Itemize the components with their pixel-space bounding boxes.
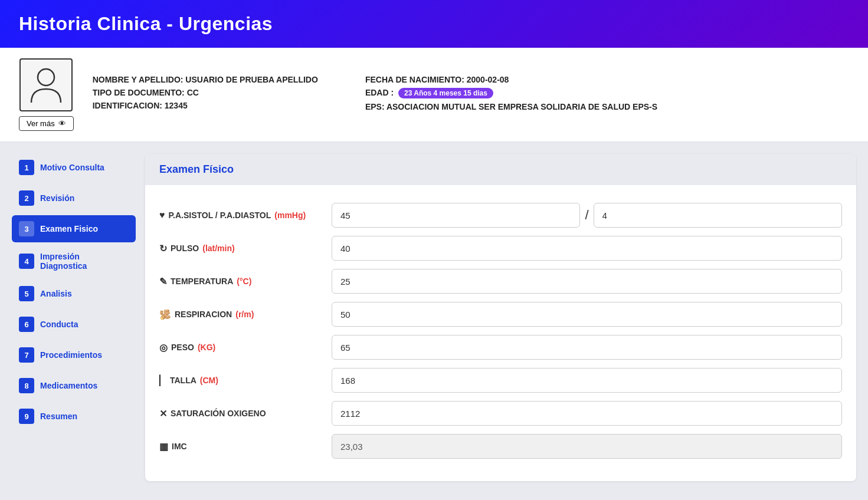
input-imc — [332, 434, 842, 459]
field-unit: (mmHg) — [274, 210, 306, 220]
sidebar-num: 1 — [19, 160, 34, 175]
field-label-text: RESPIRACION — [175, 310, 232, 319]
content-area: Examen Físico ♥ P.A.SISTOL / P.A.DIASTOL… — [145, 154, 856, 481]
field-label-pa_sistol: ♥ P.A.SISTOL / P.A.DIASTOL (mmHg) — [159, 210, 325, 221]
talla-icon: ▏ — [159, 375, 166, 386]
field-label-peso: ◎ PESO (KG) — [159, 342, 325, 353]
sidebar-label: Procedimientos — [40, 350, 102, 360]
field-row-peso: ◎ PESO (KG) — [159, 335, 842, 360]
input-talla[interactable] — [332, 368, 842, 393]
sidebar-item-medicamentos[interactable]: 8 Medicamentos — [12, 372, 136, 399]
sidebar-item-examen-fisico[interactable]: 3 Examen Fisico — [12, 215, 136, 242]
sidebar-num: 6 — [19, 317, 34, 332]
bp-inputs: / — [332, 203, 842, 228]
field-label-text: SATURACIÓN OXIGENO — [171, 409, 266, 418]
field-label-text: P.A.SISTOL / P.A.DIASTOL — [169, 210, 271, 220]
field-row-pa_sistol: ♥ P.A.SISTOL / P.A.DIASTOL (mmHg) / — [159, 203, 842, 228]
avatar — [19, 58, 73, 111]
field-row-imc: ▦ IMC — [159, 434, 842, 459]
sidebar-num: 4 — [19, 254, 34, 269]
sidebar-label: Examen Fisico — [40, 224, 98, 233]
patient-birth: FECHA DE NACIMIENTO: 2000-02-08 — [365, 75, 657, 84]
sidebar-label: Conducta — [40, 320, 78, 329]
field-row-pulso: ↻ PULSO (lat/min) — [159, 236, 842, 261]
sidebar-label: Revisión — [40, 193, 74, 203]
age-badge: 23 Años 4 meses 15 dias — [398, 88, 493, 98]
sidebar-num: 2 — [19, 190, 34, 206]
field-label-text: TALLA — [170, 376, 196, 385]
patient-name: NOMBRE Y APELLIDO: USUARIO DE PRUEBA APE… — [93, 75, 318, 84]
sidebar-item-impresión-diagnostica[interactable]: 4 Impresión Diagnostica — [12, 246, 136, 277]
sidebar-item-resumen[interactable]: 9 Resumen — [12, 403, 136, 430]
main-content: 1 Motivo Consulta 2 Revisión 3 Examen Fi… — [0, 142, 868, 493]
imc-icon: ▦ — [159, 441, 168, 452]
field-label-temperatura: ✎ TEMPERATURA (°C) — [159, 276, 325, 287]
svg-point-0 — [38, 69, 54, 85]
pulso-icon: ↻ — [159, 243, 167, 254]
field-label-respiracion: 🫚 RESPIRACION (r/m) — [159, 309, 325, 320]
form-body: ♥ P.A.SISTOL / P.A.DIASTOL (mmHg) / ↻ PU… — [145, 197, 856, 481]
sidebar-label: Analisis — [40, 289, 72, 298]
avatar-section: Ver más 👁 — [19, 58, 74, 131]
field-unit: (lat/min) — [202, 244, 234, 253]
field-label-imc: ▦ IMC — [159, 441, 325, 452]
section-header: Examen Físico — [145, 154, 856, 185]
patient-col-left: NOMBRE Y APELLIDO: USUARIO DE PRUEBA APE… — [93, 75, 318, 115]
field-label-text: TEMPERATURA — [171, 277, 233, 286]
pa_sistol-icon: ♥ — [159, 210, 165, 221]
field-row-respiracion: 🫚 RESPIRACION (r/m) — [159, 302, 842, 327]
ver-mas-button[interactable]: Ver más 👁 — [19, 116, 74, 131]
input-respiracion[interactable] — [332, 302, 842, 327]
saturacion-icon: ✕ — [159, 408, 167, 419]
field-unit: (r/m) — [235, 310, 254, 319]
peso-icon: ◎ — [159, 342, 168, 353]
field-label-text: IMC — [172, 442, 187, 451]
sidebar-item-conducta[interactable]: 6 Conducta — [12, 311, 136, 338]
sidebar-num: 9 — [19, 409, 34, 424]
sidebar-item-revisión[interactable]: 2 Revisión — [12, 185, 136, 212]
field-row-temperatura: ✎ TEMPERATURA (°C) — [159, 269, 842, 294]
field-label-saturacion: ✕ SATURACIÓN OXIGENO — [159, 408, 325, 419]
field-unit: (°C) — [237, 277, 251, 286]
field-label-talla: ▏ TALLA (CM) — [159, 375, 325, 386]
patient-age: EDAD : 23 Años 4 meses 15 dias — [365, 88, 657, 98]
input-temperatura[interactable] — [332, 269, 842, 294]
sidebar-label: Medicamentos — [40, 381, 97, 390]
sidebar-num: 3 — [19, 221, 34, 236]
input-peso[interactable] — [332, 335, 842, 360]
input-pa_sistol-systol[interactable] — [332, 203, 580, 228]
sidebar-num: 5 — [19, 286, 34, 301]
field-row-talla: ▏ TALLA (CM) — [159, 368, 842, 393]
sidebar-item-analisis[interactable]: 5 Analisis — [12, 280, 136, 307]
sidebar-label: Motivo Consulta — [40, 163, 104, 172]
sidebar-num: 7 — [19, 347, 34, 363]
field-label-text: PESO — [171, 343, 194, 352]
eye-icon: 👁 — [58, 119, 66, 128]
sidebar: 1 Motivo Consulta 2 Revisión 3 Examen Fi… — [12, 154, 136, 481]
input-saturacion[interactable] — [332, 401, 842, 426]
input-pa_sistol-diastol[interactable] — [594, 203, 842, 228]
sidebar-label: Impresión Diagnostica — [40, 252, 129, 271]
sidebar-item-motivo-consulta[interactable]: 1 Motivo Consulta — [12, 154, 136, 181]
temperatura-icon: ✎ — [159, 276, 167, 287]
field-label-pulso: ↻ PULSO (lat/min) — [159, 243, 325, 254]
ver-mas-label: Ver más — [27, 119, 55, 128]
sidebar-item-procedimientos[interactable]: 7 Procedimientos — [12, 341, 136, 369]
respiracion-icon: 🫚 — [159, 309, 171, 320]
page-title: Historia Clinica - Urgencias — [19, 13, 849, 35]
input-pulso[interactable] — [332, 236, 842, 261]
patient-doc-type: TIPO DE DOCUMENTO: CC — [93, 88, 318, 97]
patient-card: Ver más 👁 NOMBRE Y APELLIDO: USUARIO DE … — [0, 48, 868, 142]
field-label-text: PULSO — [171, 244, 199, 253]
sidebar-label: Resumen — [40, 412, 77, 421]
sidebar-num: 8 — [19, 378, 34, 393]
patient-id: IDENTIFICACION: 12345 — [93, 101, 318, 110]
field-unit: (KG) — [198, 343, 215, 352]
patient-col-right: FECHA DE NACIMIENTO: 2000-02-08 EDAD : 2… — [365, 75, 657, 115]
field-row-saturacion: ✕ SATURACIÓN OXIGENO — [159, 401, 842, 426]
patient-eps: EPS: ASOCIACION MUTUAL SER EMPRESA SOLID… — [365, 102, 657, 111]
section-title: Examen Físico — [159, 163, 842, 176]
slash: / — [585, 208, 588, 223]
header: Historia Clinica - Urgencias — [0, 0, 868, 48]
field-unit: (CM) — [200, 376, 218, 385]
